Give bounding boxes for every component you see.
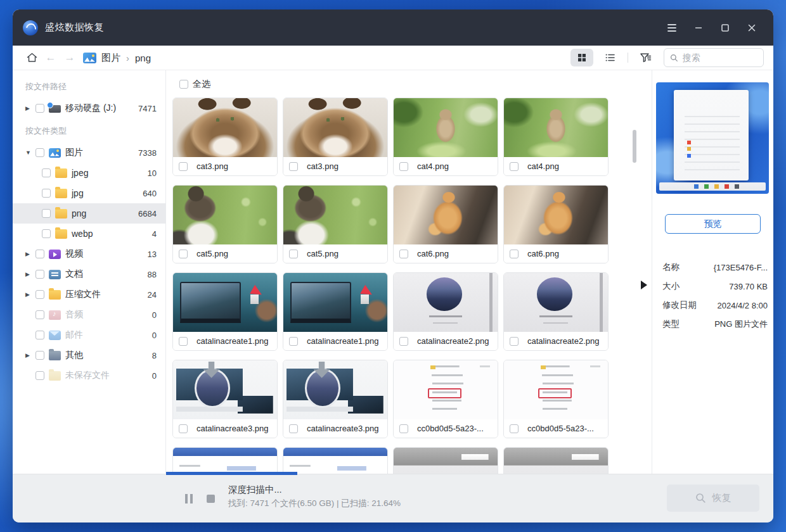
sidebar-item-audio[interactable]: 音频 0: [13, 305, 165, 325]
file-checkbox[interactable]: [289, 250, 298, 258]
grid-view-icon: [577, 53, 587, 63]
file-checkbox[interactable]: [289, 162, 298, 171]
caret-right-icon[interactable]: ▶: [25, 291, 35, 298]
item-count: 0: [152, 331, 157, 340]
file-checkbox[interactable]: [510, 424, 519, 433]
grid-view-button[interactable]: [570, 49, 593, 66]
file-card[interactable]: cc0bd0d5-5a23-...: [503, 360, 609, 438]
detail-value: 739.70 KB: [729, 282, 768, 291]
list-view-button[interactable]: [598, 49, 621, 66]
stop-scan-button[interactable]: [207, 495, 215, 503]
file-checkbox[interactable]: [179, 162, 188, 171]
file-card[interactable]: cat4.png: [393, 98, 498, 176]
breadcrumb-current[interactable]: png: [135, 53, 151, 63]
caret-right-icon[interactable]: ▶: [25, 352, 35, 358]
file-checkbox[interactable]: [289, 424, 298, 433]
folder-icon: [55, 209, 67, 218]
scan-status-title: 深度扫描中...: [228, 483, 401, 497]
select-all-checkbox[interactable]: [179, 80, 188, 89]
sidebar-item-images[interactable]: ▼ 图片 7338: [13, 142, 165, 163]
file-card[interactable]: cat6.png: [503, 185, 609, 263]
file-checkbox[interactable]: [510, 337, 519, 346]
file-checkbox[interactable]: [289, 337, 298, 346]
panel-collapse-arrow-icon[interactable]: [641, 281, 647, 289]
file-thumbnail: [504, 360, 608, 419]
file-card[interactable]: cat4.png: [503, 98, 609, 176]
checkbox[interactable]: [35, 148, 44, 157]
checkbox[interactable]: [42, 209, 51, 218]
archive-type-icon: [49, 290, 61, 300]
file-checkbox[interactable]: [179, 250, 188, 258]
sidebar-item-email[interactable]: 邮件 0: [13, 325, 165, 345]
file-card[interactable]: [172, 447, 278, 474]
checkbox[interactable]: [42, 229, 51, 238]
sidebar-item-archives[interactable]: ▶ 压缩文件 24: [13, 284, 165, 305]
sidebar-item-webp[interactable]: webp 4: [13, 224, 165, 244]
checkbox[interactable]: [35, 290, 44, 299]
back-button[interactable]: ←: [41, 51, 60, 64]
sidebar-item-png[interactable]: png 6684: [13, 203, 165, 224]
file-checkbox[interactable]: [399, 337, 408, 346]
home-button[interactable]: [22, 49, 41, 66]
file-card[interactable]: cc0bd0d5-5a23-...: [393, 360, 498, 438]
sidebar-item-documents[interactable]: ▶ 文档 88: [13, 264, 165, 284]
checkbox[interactable]: [35, 270, 44, 279]
pause-scan-button[interactable]: [185, 494, 193, 504]
close-button[interactable]: [740, 18, 763, 37]
file-card[interactable]: catalinacreate1.png: [283, 272, 388, 351]
checkbox[interactable]: [35, 250, 44, 258]
sidebar-item-jpeg[interactable]: jpeg 10: [13, 163, 165, 183]
caret-right-icon[interactable]: ▶: [25, 105, 35, 111]
sidebar-item-video[interactable]: ▶ 视频 13: [13, 244, 165, 264]
maximize-button[interactable]: [714, 18, 737, 37]
file-card[interactable]: cat3.png: [172, 98, 278, 176]
file-card[interactable]: cat3.png: [283, 98, 388, 176]
item-count: 13: [148, 250, 157, 259]
file-card[interactable]: [283, 447, 388, 474]
file-checkbox[interactable]: [399, 162, 408, 171]
file-checkbox[interactable]: [510, 162, 519, 171]
file-card[interactable]: cat5.png: [172, 185, 278, 263]
forward-button[interactable]: →: [60, 51, 79, 64]
checkbox[interactable]: [42, 189, 51, 198]
recover-button[interactable]: 恢复: [667, 484, 759, 512]
filter-button[interactable]: [635, 49, 656, 66]
checkbox[interactable]: [35, 331, 44, 339]
file-card[interactable]: catalinacreate3.png: [172, 360, 278, 438]
file-card[interactable]: cat6.png: [393, 185, 498, 263]
checkbox[interactable]: [42, 168, 51, 177]
preview-button[interactable]: 预览: [665, 214, 761, 234]
window-controls: [660, 18, 763, 37]
search-input[interactable]: [683, 53, 757, 63]
checkbox[interactable]: [35, 371, 44, 380]
sidebar-item-unsaved[interactable]: 未保存文件 0: [13, 365, 165, 386]
caret-down-icon[interactable]: ▼: [25, 149, 35, 156]
file-card[interactable]: catalinacreate3.png: [283, 360, 388, 438]
sidebar-item-other[interactable]: ▶ 其他 8: [13, 345, 165, 365]
file-card[interactable]: [393, 447, 498, 474]
file-checkbox[interactable]: [510, 250, 519, 258]
checkbox[interactable]: [35, 104, 44, 113]
sidebar-item-removable-disk[interactable]: ▶ 移动硬盘 (J:) 7471: [13, 98, 165, 118]
file-checkbox[interactable]: [179, 424, 188, 433]
file-name: catalinacreate3.png: [307, 424, 378, 433]
file-checkbox[interactable]: [399, 250, 408, 258]
file-checkbox[interactable]: [399, 424, 408, 433]
caret-right-icon[interactable]: ▶: [25, 271, 35, 277]
file-card[interactable]: [503, 447, 609, 474]
file-card[interactable]: cat5.png: [283, 185, 388, 263]
vertical-scrollbar-thumb[interactable]: [633, 130, 636, 163]
sidebar-item-jpg[interactable]: jpg 640: [13, 183, 165, 203]
select-all-row: 全选: [179, 77, 652, 92]
minimize-button[interactable]: [687, 18, 710, 37]
menu-button[interactable]: [660, 18, 683, 37]
app-logo-icon: [23, 20, 38, 35]
breadcrumb-parent[interactable]: 图片: [101, 52, 120, 64]
file-card[interactable]: catalinacreate2.png: [503, 272, 609, 351]
file-card[interactable]: catalinacreate2.png: [393, 272, 498, 351]
checkbox[interactable]: [35, 310, 44, 319]
checkbox[interactable]: [35, 351, 44, 360]
caret-right-icon[interactable]: ▶: [25, 251, 35, 257]
file-checkbox[interactable]: [179, 337, 188, 346]
file-card[interactable]: catalinacreate1.png: [172, 272, 278, 351]
